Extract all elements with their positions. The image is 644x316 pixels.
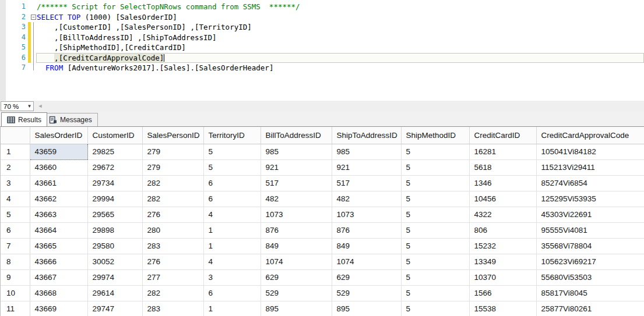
grid-cell[interactable]: 43663 (30, 207, 87, 222)
row-number[interactable]: 6 (1, 222, 30, 238)
column-header-SalesPersonID[interactable]: SalesPersonID (142, 127, 203, 144)
tab-messages[interactable]: Messages (43, 113, 98, 126)
grid-cell[interactable]: 4322 (469, 207, 536, 222)
grid-cell[interactable]: 105623Vi69217 (536, 254, 644, 269)
grid-cell[interactable]: 43668 (30, 285, 87, 301)
code-text[interactable]: /****** Script for SelectTopNRows comman… (37, 2, 300, 12)
row-number[interactable]: 5 (1, 207, 30, 222)
code-text[interactable]: ,[ShipMethodID],[CreditCardID] (37, 42, 186, 53)
grid-cell[interactable]: 5 (401, 254, 469, 269)
grid-cell[interactable]: 25877Vi80261 (536, 301, 644, 316)
grid-cell[interactable]: 921 (261, 159, 332, 175)
grid-cell[interactable]: 5 (401, 159, 469, 175)
grid-cell[interactable]: 5 (401, 144, 469, 159)
grid-cell[interactable]: 517 (332, 175, 401, 191)
grid-cell[interactable]: 29974 (87, 269, 142, 285)
grid-cell[interactable]: 5 (401, 285, 469, 301)
grid-cell[interactable]: 85817Vi8045 (536, 285, 644, 301)
grid-cell[interactable]: 5 (401, 207, 469, 222)
grid-cell[interactable]: 43661 (30, 175, 87, 191)
grid-cell[interactable]: 895 (261, 301, 332, 316)
grid-cell[interactable]: 29614 (87, 285, 142, 301)
code-text[interactable]: ,[BillToAddressID] ,[ShipToAddressID] (37, 33, 217, 43)
grid-cell[interactable]: 10456 (469, 191, 536, 207)
column-header-ShipMethodID[interactable]: ShipMethodID (401, 127, 469, 144)
row-number[interactable]: 7 (1, 238, 30, 254)
hscroll-left-arrow-icon[interactable]: ◄ (36, 101, 44, 111)
grid-cell[interactable]: 6 (203, 191, 261, 207)
column-header-SalesOrderID[interactable]: SalesOrderID (30, 127, 87, 144)
grid-cell[interactable]: 16281 (469, 144, 536, 159)
grid-cell[interactable]: 5 (401, 191, 469, 207)
grid-cell[interactable]: 283 (142, 238, 203, 254)
grid-cell[interactable]: 30052 (87, 254, 142, 269)
column-header-ShipToAddressID[interactable]: ShipToAddressID (332, 127, 401, 144)
hscroll-track[interactable] (44, 101, 644, 111)
grid-cell[interactable]: 629 (261, 269, 332, 285)
grid-cell[interactable]: 5 (401, 175, 469, 191)
grid-cell[interactable]: 5 (401, 222, 469, 238)
grid-cell[interactable]: 43659 (30, 144, 87, 159)
grid-cell[interactable]: 105041Vi84182 (536, 144, 644, 159)
collapse-region-icon[interactable]: − (31, 15, 36, 20)
column-header-CustomerID[interactable]: CustomerID (87, 127, 142, 144)
grid-cell[interactable]: 482 (332, 191, 401, 207)
row-number[interactable]: 2 (1, 159, 30, 175)
chevron-down-icon[interactable]: ▼ (26, 102, 33, 111)
grid-cell[interactable]: 1074 (332, 254, 401, 269)
grid-cell[interactable]: 1 (203, 301, 261, 316)
code-text[interactable]: ,[CreditCardApprovalCode] (37, 53, 164, 63)
grid-cell[interactable]: 29825 (87, 144, 142, 159)
row-number[interactable]: 1 (1, 144, 30, 159)
row-number[interactable]: 10 (1, 285, 30, 301)
sql-editor[interactable]: 1/****** Script for SelectTopNRows comma… (0, 0, 644, 101)
grid-cell[interactable]: 6 (203, 285, 261, 301)
grid-cell[interactable]: 6 (203, 175, 261, 191)
code-text[interactable]: SELECT TOP (1000) [SalesOrderID] (37, 12, 177, 23)
grid-cell[interactable]: 5618 (469, 159, 536, 175)
code-text[interactable]: ,[CustomerID] ,[SalesPersonID] ,[Territo… (37, 22, 252, 33)
grid-cell[interactable]: 282 (142, 285, 203, 301)
grid-corner-header[interactable] (1, 127, 30, 144)
grid-cell[interactable]: 921 (332, 159, 401, 175)
grid-cell[interactable]: 15538 (469, 301, 536, 316)
grid-cell[interactable]: 276 (142, 254, 203, 269)
grid-cell[interactable]: 1346 (469, 175, 536, 191)
grid-cell[interactable]: 29747 (87, 301, 142, 316)
grid-cell[interactable]: 13349 (469, 254, 536, 269)
tab-results[interactable]: Results (1, 112, 47, 126)
code-line[interactable]: 4 ,[BillToAddressID] ,[ShipToAddressID] (0, 33, 644, 43)
grid-cell[interactable]: 43660 (30, 159, 87, 175)
grid-cell[interactable]: 43662 (30, 191, 87, 207)
grid-cell[interactable]: 279 (142, 144, 203, 159)
grid-cell[interactable]: 29565 (87, 207, 142, 222)
grid-cell[interactable]: 29734 (87, 175, 142, 191)
grid-cell[interactable]: 985 (261, 144, 332, 159)
grid-cell[interactable]: 1073 (332, 207, 401, 222)
column-header-TerritoryID[interactable]: TerritoryID (203, 127, 261, 144)
grid-cell[interactable]: 115213Vi29411 (536, 159, 644, 175)
grid-cell[interactable]: 45303Vi22691 (536, 207, 644, 222)
grid-cell[interactable]: 985 (332, 144, 401, 159)
grid-cell[interactable]: 29672 (87, 159, 142, 175)
grid-cell[interactable]: 1074 (261, 254, 332, 269)
grid-cell[interactable]: 849 (261, 238, 332, 254)
code-line[interactable]: 2−SELECT TOP (1000) [SalesOrderID] (0, 12, 644, 23)
grid-cell[interactable]: 5 (401, 238, 469, 254)
grid-cell[interactable]: 1073 (261, 207, 332, 222)
grid-cell[interactable]: 806 (469, 222, 536, 238)
grid-cell[interactable]: 276 (142, 207, 203, 222)
grid-cell[interactable]: 1 (203, 222, 261, 238)
grid-cell[interactable]: 629 (332, 269, 401, 285)
column-header-CreditCardApprovalCode[interactable]: CreditCardApprovalCode (536, 127, 644, 144)
grid-cell[interactable]: 5 (401, 269, 469, 285)
grid-cell[interactable]: 3 (203, 269, 261, 285)
grid-cell[interactable]: 529 (332, 285, 401, 301)
grid-cell[interactable]: 4 (203, 207, 261, 222)
grid-cell[interactable]: 29994 (87, 191, 142, 207)
row-number[interactable]: 8 (1, 254, 30, 269)
grid-cell[interactable]: 282 (142, 175, 203, 191)
grid-cell[interactable]: 895 (332, 301, 401, 316)
grid-cell[interactable]: 1 (203, 238, 261, 254)
grid-cell[interactable]: 43669 (30, 301, 87, 316)
